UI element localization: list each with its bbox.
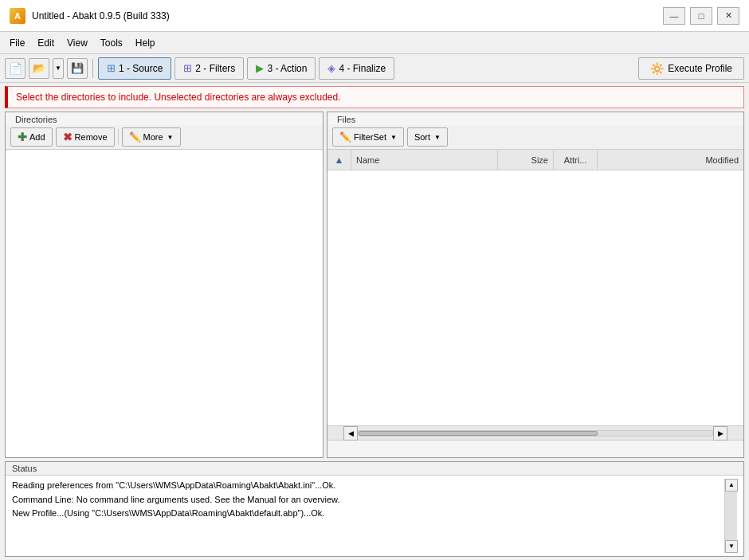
menu-file[interactable]: File xyxy=(3,35,31,51)
files-scrollbar-horizontal[interactable]: ◀ ▶ xyxy=(327,425,743,440)
menu-view[interactable]: View xyxy=(61,35,94,51)
step2-button[interactable]: ⊞ 2 - Filters xyxy=(175,57,244,80)
step4-label: 4 - Finalize xyxy=(339,63,386,74)
main-content: Directories ✚ Add ✖ Remove ✏️ More ▼ Fil… xyxy=(0,112,749,461)
more-label: More xyxy=(143,132,163,142)
step3-icon: ▶ xyxy=(256,62,264,74)
step3-button[interactable]: ▶ 3 - Action xyxy=(247,57,316,80)
app-icon-label: A xyxy=(14,11,21,21)
col-name-label: Name xyxy=(356,155,379,165)
scroll-right-button[interactable]: ▶ xyxy=(713,426,727,441)
status-line-1: Reading preferences from "C:\Users\WMS\A… xyxy=(12,479,724,493)
execute-profile-button[interactable]: 🔆 Execute Profile xyxy=(638,57,744,80)
status-scroll-down-button[interactable]: ▼ xyxy=(725,540,738,553)
files-panel-title: Files xyxy=(334,115,359,124)
col-header-size[interactable]: Size xyxy=(498,150,554,170)
filterset-label: FilterSet xyxy=(354,132,386,142)
save-icon: 💾 xyxy=(71,62,84,74)
sort-label: Sort xyxy=(414,132,430,142)
status-content: Reading preferences from "C:\Users\WMS\A… xyxy=(6,476,743,556)
dir-toolbar-sep xyxy=(118,129,119,145)
window-title: Untitled - Abakt 0.9.5 (Build 333) xyxy=(32,10,170,22)
directories-list[interactable] xyxy=(6,150,323,457)
col-header-modified[interactable]: Modified xyxy=(598,150,743,170)
col-size-label: Size xyxy=(531,155,548,165)
title-bar-left: A Untitled - Abakt 0.9.5 (Build 333) xyxy=(10,8,170,24)
step4-icon: ◈ xyxy=(327,62,335,74)
status-scrollbar-vertical[interactable]: ▲ ▼ xyxy=(724,479,737,553)
toolbar-separator-1 xyxy=(92,59,93,78)
step1-icon: ⊞ xyxy=(107,62,116,74)
scroll-left-button[interactable]: ◀ xyxy=(343,426,358,441)
status-line-4: New Profile...(Using "C:\Users\WMS\AppDa… xyxy=(12,507,724,521)
directories-panel: Directories ✚ Add ✖ Remove ✏️ More ▼ xyxy=(5,112,324,458)
menu-tools[interactable]: Tools xyxy=(94,35,129,51)
more-pencil-icon: ✏️ xyxy=(129,131,141,143)
scrollbar-h-thumb[interactable] xyxy=(359,431,598,436)
execute-label: Execute Profile xyxy=(668,63,732,74)
alert-message: Select the directories to include. Unsel… xyxy=(16,92,341,103)
execute-icon: 🔆 xyxy=(650,62,664,75)
more-button[interactable]: ✏️ More ▼ xyxy=(122,127,181,147)
files-list[interactable] xyxy=(327,170,743,425)
status-scroll-up-button[interactable]: ▲ xyxy=(725,479,738,491)
scrollbar-h-track[interactable] xyxy=(358,430,713,437)
sort-button[interactable]: Sort ▼ xyxy=(407,127,448,147)
step2-icon: ⊞ xyxy=(183,62,192,74)
filterset-dropdown-arrow-icon: ▼ xyxy=(390,134,397,141)
app-icon: A xyxy=(10,8,25,24)
step1-button[interactable]: ⊞ 1 - Source xyxy=(98,57,171,80)
sort-indicator-icon: ▲ xyxy=(335,155,344,166)
new-button[interactable]: 📄 xyxy=(5,58,25,79)
filterset-button[interactable]: ✏️ FilterSet ▼ xyxy=(332,127,404,147)
title-bar: A Untitled - Abakt 0.9.5 (Build 333) — □… xyxy=(0,0,749,32)
status-scroll-track[interactable] xyxy=(725,491,737,540)
menu-help[interactable]: Help xyxy=(129,35,162,51)
remove-icon: ✖ xyxy=(63,131,73,143)
status-text: Reading preferences from "C:\Users\WMS\A… xyxy=(12,479,724,553)
add-icon: ✚ xyxy=(18,131,27,143)
minimize-button[interactable]: — xyxy=(663,7,685,25)
files-path-bar xyxy=(327,440,743,457)
col-header-attri[interactable]: Attri... xyxy=(554,150,598,170)
maximize-button[interactable]: □ xyxy=(690,7,712,25)
files-table-header: ▲ Name Size Attri... Modified xyxy=(327,150,743,170)
more-dropdown-arrow-icon: ▼ xyxy=(167,134,174,141)
step1-label: 1 - Source xyxy=(119,63,163,74)
save-button[interactable]: 💾 xyxy=(67,58,88,79)
files-toolbar: ✏️ FilterSet ▼ Sort ▼ xyxy=(327,125,743,150)
add-label: Add xyxy=(29,132,45,142)
new-icon: 📄 xyxy=(9,62,22,75)
remove-directory-button[interactable]: ✖ Remove xyxy=(56,127,115,147)
menu-edit[interactable]: Edit xyxy=(31,35,61,51)
directories-toolbar: ✚ Add ✖ Remove ✏️ More ▼ xyxy=(6,125,323,150)
filterset-icon: ✏️ xyxy=(339,131,351,143)
step4-button[interactable]: ◈ 4 - Finalize xyxy=(319,57,394,80)
remove-label: Remove xyxy=(75,132,108,142)
directories-panel-title: Directories xyxy=(12,115,61,124)
main-toolbar: 📄 📂 ▼ 💾 ⊞ 1 - Source ⊞ 2 - Filters ▶ 3 -… xyxy=(0,54,749,83)
status-panel: Status Reading preferences from "C:\User… xyxy=(5,461,744,557)
col-attri-label: Attri... xyxy=(564,155,587,165)
step3-label: 3 - Action xyxy=(267,63,307,74)
close-button[interactable]: ✕ xyxy=(717,7,739,25)
status-line-2: Command Line: No command line arguments … xyxy=(12,493,724,507)
title-bar-controls: — □ ✕ xyxy=(663,7,739,25)
files-panel: Files ✏️ FilterSet ▼ Sort ▼ ▲ Name Size xyxy=(327,112,744,458)
status-panel-title: Status xyxy=(6,462,743,476)
alert-bar: Select the directories to include. Unsel… xyxy=(5,86,744,108)
open-dropdown-button[interactable]: ▼ xyxy=(53,58,64,79)
open-dropdown-arrow-icon: ▼ xyxy=(55,65,61,72)
menu-bar: File Edit View Tools Help xyxy=(0,32,749,54)
col-header-sort-icon[interactable]: ▲ xyxy=(327,150,351,170)
sort-dropdown-arrow-icon: ▼ xyxy=(434,134,441,141)
col-modified-label: Modified xyxy=(705,155,739,165)
col-header-name[interactable]: Name xyxy=(351,150,498,170)
add-directory-button[interactable]: ✚ Add xyxy=(10,127,53,147)
open-button[interactable]: 📂 xyxy=(29,58,49,79)
open-icon: 📂 xyxy=(33,62,45,74)
step2-label: 2 - Filters xyxy=(195,63,235,74)
